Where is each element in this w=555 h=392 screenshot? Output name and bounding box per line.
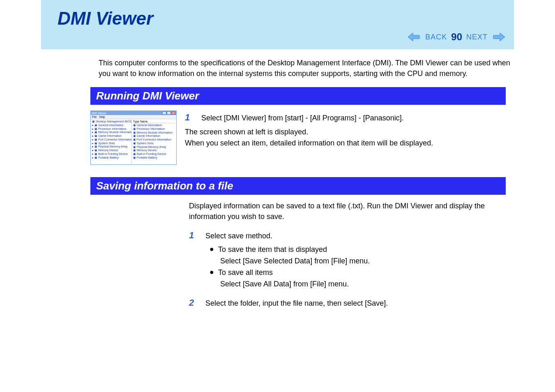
page-number: 90 [451, 31, 462, 43]
thumb-body: ▣ Desktop Management BIOS ▸ ▣ General In… [91, 119, 176, 164]
tree-item: ▸ ▣ Processor Information [92, 127, 130, 131]
thumb-tree: ▣ Desktop Management BIOS ▸ ▣ General In… [91, 119, 132, 164]
list-item: ▣ Cache Information [133, 134, 175, 138]
thumb-title: DMI Viewer [92, 112, 106, 115]
tree-item: ▸ ▣ Memory Device [92, 149, 130, 152]
list-item: ▣ Memory Module Information [133, 131, 175, 135]
page: DMI Viewer BACK 90 NEXT This computer co… [0, 0, 555, 310]
minimize-icon: _ [162, 111, 166, 115]
step-text: Select [DMI Viewer] from [start] - [All … [201, 113, 404, 124]
running-step-block: 1 Select [DMI Viewer] from [start] - [Al… [185, 111, 506, 165]
saving-steps: 1 Select save method. ● To save the item… [189, 228, 506, 310]
step-text: Select the folder, input the file name, … [205, 298, 388, 309]
thumb-menu-help: Help [99, 115, 105, 118]
bullet-head: To save the item that is displayed [218, 244, 327, 256]
list-item: ▣ General Information [133, 124, 175, 127]
tree-item: ▣ Desktop Management BIOS [92, 120, 130, 124]
bullet-item: ● To save the item that is displayed [210, 244, 506, 256]
tree-item: ▸ ▣ System Slots [92, 142, 130, 145]
next-arrow-icon[interactable] [492, 32, 506, 42]
header-band: DMI Viewer BACK 90 NEXT [41, 0, 514, 49]
running-row: DMI Viewer _ □ × File Help ▣ Desktop Man… [90, 111, 506, 165]
step-number: 1 [185, 111, 193, 124]
bullet-item: ● To save all items [210, 267, 506, 279]
list-item: ▣ Portable Battery [133, 156, 175, 160]
tree-item: ▸ ▣ Portable Battery [92, 156, 130, 160]
back-link[interactable]: BACK [425, 33, 447, 42]
step-line: 1 Select [DMI Viewer] from [start] - [Al… [185, 111, 506, 124]
section-heading-saving: Saving information to a file [90, 177, 506, 195]
bullet-desc: Select [Save All Data] from [File] menu. [220, 279, 506, 290]
bullet-desc: Select [Save Selected Data] from [File] … [220, 256, 506, 267]
step-number: 2 [189, 296, 197, 310]
list-item: ▣ Memory Device [133, 149, 175, 152]
tree-item: ▸ ▣ General Information [92, 124, 130, 127]
step-text: Select save method. [205, 231, 272, 242]
step-number: 1 [189, 228, 197, 242]
back-arrow-icon[interactable] [407, 32, 421, 42]
list-item: ▣ Port Connector Information [133, 138, 175, 142]
intro-paragraph: This computer conforms to the specificat… [99, 58, 522, 87]
dmi-viewer-screenshot: DMI Viewer _ □ × File Help ▣ Desktop Man… [90, 111, 177, 165]
maximize-icon: □ [167, 111, 171, 115]
step-line: 2 Select the folder, input the file name… [189, 296, 506, 310]
list-item: ▣ System Slots [133, 142, 175, 145]
next-link[interactable]: NEXT [466, 33, 488, 42]
section-heading-running: Running DMI Viewer [90, 87, 506, 105]
thumb-window-controls: _ □ × [162, 111, 175, 115]
running-note-1: The screen shown at left is displayed. [185, 127, 506, 138]
list-item: ▣ Built-in Pointing Device [133, 152, 175, 156]
thumb-menubar: File Help [91, 115, 176, 119]
tree-item: ▸ ▣ Memory Module Information [92, 131, 130, 134]
svg-marker-1 [493, 33, 505, 41]
thumb-list: Type Name ▣ General Information ▣ Proces… [132, 119, 176, 164]
step-line: 1 Select save method. [189, 228, 506, 242]
save-sub-list: ● To save the item that is displayed Sel… [210, 244, 506, 290]
thumb-list-header: Type Name [133, 120, 175, 123]
bullet-head: To save all items [218, 267, 273, 279]
saving-intro: Displayed information can be saved to a … [189, 201, 506, 222]
tree-item: ▸ ▣ Built-in Pointing Device [92, 152, 130, 156]
running-note-2: When you select an item, detailed inform… [185, 138, 506, 149]
tree-item: ▸ ▣ Cache Information [92, 134, 130, 138]
page-title: DMI Viewer [41, 8, 514, 29]
close-icon: × [171, 111, 175, 115]
thumb-titlebar: DMI Viewer _ □ × [91, 111, 176, 115]
nav-bar: BACK 90 NEXT [41, 29, 514, 45]
list-item: ▣ Processor Information [133, 127, 175, 131]
bullet-icon: ● [210, 244, 214, 254]
tree-item: ▸ ▣ Port Connector Information [92, 138, 130, 142]
bullet-icon: ● [210, 267, 214, 277]
list-item: ▣ Physical Memory Array [133, 145, 175, 149]
svg-marker-0 [408, 33, 419, 41]
tree-item: ▸ ▣ Physical Memory Array [92, 145, 130, 149]
thumb-menu-file: File [92, 115, 97, 118]
